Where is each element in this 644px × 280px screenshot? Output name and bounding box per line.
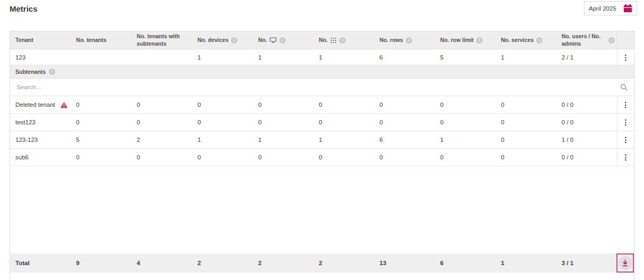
cell-no-row-limit: 1 [435, 137, 495, 143]
search-icon [620, 83, 628, 91]
cell-no-devices: 1 [192, 54, 253, 61]
subtenants-section-header: Subtenants i [10, 65, 634, 79]
info-icon[interactable]: i [231, 37, 237, 44]
download-icon [619, 256, 632, 270]
kebab-menu-icon[interactable]: ⋮ [622, 54, 629, 61]
cell-no-rows: 0 [374, 119, 435, 125]
info-icon[interactable]: i [339, 37, 346, 44]
cell-no-widgets: 0 [313, 154, 374, 160]
cell-no-dashboards: 1 [253, 54, 313, 61]
info-icon[interactable]: i [608, 37, 615, 44]
date-picker-value: April 2025 [589, 5, 616, 12]
cell-no-row-limit: 5 [435, 54, 495, 61]
metrics-table: Tenant No. tenants No. tenants with subt… [10, 31, 634, 280]
page-title: Metrics [10, 4, 38, 13]
row-actions-button[interactable]: ⋮ [617, 114, 634, 131]
cell-no-services: 0 [495, 154, 556, 160]
info-icon[interactable]: i [49, 69, 55, 75]
cell-no-dashboards: 0 [253, 154, 313, 160]
cell-no-widgets: 0 [313, 101, 374, 108]
col-header-label: No. [258, 37, 267, 44]
calendar-icon[interactable] [623, 4, 632, 13]
cell-no-services: 0 [495, 119, 556, 125]
cell-no-dashboards: 0 [253, 101, 313, 108]
total-no-tenants: 9 [71, 260, 131, 266]
total-no-devices: 2 [192, 260, 253, 266]
total-no-dashboards: 2 [253, 260, 313, 266]
col-header-no-users-admins: No. users / No. admins i [556, 33, 617, 47]
cell-no-devices: 0 [192, 119, 253, 125]
tenant-name: sub6 [15, 154, 29, 160]
cell-no-services: 1 [495, 54, 556, 61]
col-header-label: No. devices [198, 37, 228, 44]
cell-no-widgets: 1 [313, 137, 374, 143]
date-picker[interactable]: April 2025 [584, 1, 637, 15]
col-header-label: No. tenants [76, 37, 106, 44]
search-input[interactable] [15, 83, 616, 91]
col-header-label: No. users / No. admins [562, 33, 606, 47]
col-header-no-row-limit: No. row limit i [435, 37, 495, 44]
warning-icon [60, 101, 68, 108]
table-row: 123 1 1 1 6 5 1 2 / 1 ⋮ [10, 49, 634, 65]
cell-no-devices: 1 [192, 137, 253, 143]
row-actions-button[interactable]: ⋮ [617, 131, 634, 148]
total-no-users-admins: 3 / 1 [556, 260, 617, 266]
tenant-name-cell: Deleted tenant [10, 101, 71, 108]
cell-no-rows: 0 [374, 101, 435, 108]
info-icon[interactable]: i [279, 37, 286, 44]
col-header-no-widgets: No. i [313, 37, 374, 44]
row-actions-button[interactable]: ⋮ [617, 96, 634, 113]
cell-no-tenants: 0 [71, 119, 131, 125]
row-actions-button[interactable]: ⋮ [617, 149, 634, 166]
kebab-menu-icon[interactable]: ⋮ [622, 154, 629, 161]
col-header-label: No. [319, 37, 328, 44]
cell-no-tenants-with-subtenants: 2 [132, 137, 192, 143]
table-row: 123-123 5 2 1 1 1 6 1 0 1 / 0 ⋮ [10, 131, 634, 149]
col-header-no-rows: No. rows i [374, 37, 435, 44]
cell-no-tenants: 0 [71, 154, 131, 160]
table-header: Tenant No. tenants No. tenants with subt… [10, 31, 634, 49]
totals-label: Total [10, 260, 71, 266]
row-actions-button[interactable]: ⋮ [617, 49, 634, 65]
table-empty-area [10, 166, 634, 253]
tenant-name-cell: test123 [10, 119, 71, 125]
download-button[interactable] [616, 253, 634, 273]
cell-no-row-limit: 0 [435, 101, 495, 108]
cell-no-services: 0 [495, 137, 556, 143]
info-icon[interactable]: i [476, 37, 483, 44]
cell-no-widgets: 1 [313, 54, 374, 61]
col-header-label: Tenant [15, 37, 33, 44]
col-header-label: No. tenants with subtenants [137, 33, 190, 47]
tenant-name: 123 [15, 54, 25, 61]
kebab-menu-icon[interactable]: ⋮ [622, 101, 629, 108]
cell-no-users-admins: 2 / 1 [556, 54, 617, 61]
tenant-name: Deleted tenant [15, 101, 55, 108]
col-header-no-tenants-with-subtenants: No. tenants with subtenants [132, 33, 192, 47]
kebab-menu-icon[interactable]: ⋮ [622, 118, 629, 126]
cell-no-users-admins: 1 / 0 [556, 137, 617, 143]
cell-no-devices: 0 [192, 154, 253, 160]
info-icon[interactable]: i [406, 37, 412, 44]
col-header-label: No. services [501, 37, 534, 44]
col-header-no-devices: No. devices i [192, 37, 253, 44]
cell-no-dashboards: 1 [253, 137, 313, 143]
total-no-row-limit: 6 [435, 260, 495, 266]
cell-no-row-limit: 0 [435, 154, 495, 160]
tenant-name: 123-123 [15, 137, 38, 143]
grid-icon [330, 37, 337, 44]
monitor-icon [270, 37, 277, 43]
col-header-label: No. row limit [440, 37, 474, 44]
col-header-label: No. rows [380, 37, 403, 44]
info-icon[interactable]: i [536, 37, 543, 44]
cell-no-tenants: 5 [71, 137, 131, 143]
actions-column-header [617, 31, 634, 49]
top-bar: Metrics April 2025 [0, 0, 644, 31]
total-no-tenants-with-subtenants: 4 [132, 260, 192, 266]
tenant-name-cell: sub6 [10, 154, 71, 160]
kebab-menu-icon[interactable]: ⋮ [622, 136, 629, 143]
cell-no-tenants-with-subtenants: 0 [132, 119, 192, 125]
totals-row: Total 9 4 2 2 2 13 6 1 3 / 1 [10, 253, 634, 273]
cell-no-tenants: 0 [71, 101, 131, 108]
cell-no-dashboards: 0 [253, 119, 313, 125]
cell-no-users-admins: 0 / 0 [556, 101, 617, 108]
